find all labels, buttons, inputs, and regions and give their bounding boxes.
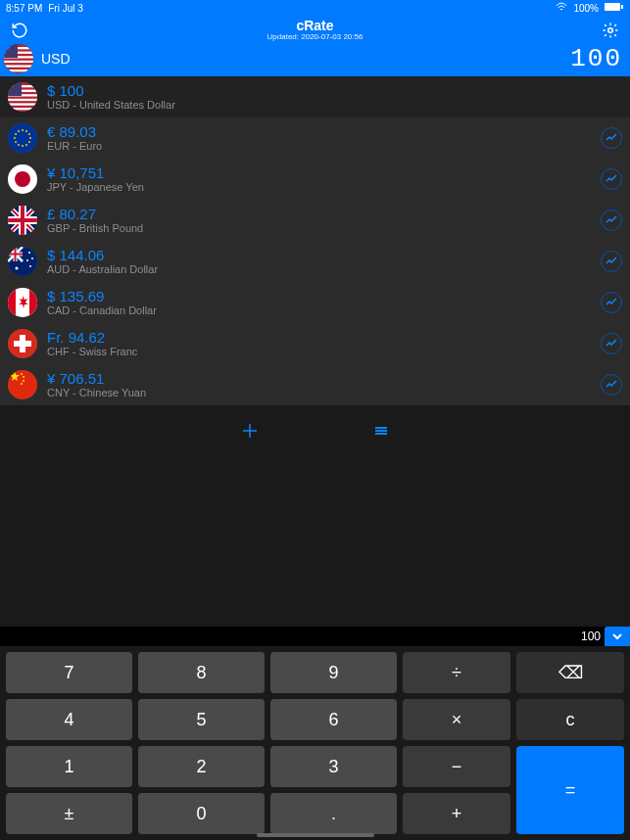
input-bar: 100 <box>0 627 630 646</box>
currency-row[interactable]: £ 80.27GBP - British Pound <box>0 200 630 241</box>
key-7[interactable]: 7 <box>6 652 132 693</box>
svg-rect-0 <box>605 3 620 11</box>
key-divide[interactable]: ÷ <box>403 652 510 693</box>
add-currency-button[interactable] <box>238 419 262 443</box>
chart-button[interactable] <box>601 374 622 396</box>
currency-row[interactable]: ¥ 10,751JPY - Japanese Yen <box>0 159 630 200</box>
flag-icon-gb <box>8 206 37 235</box>
svg-point-21 <box>25 130 27 132</box>
currency-amount: € 89.03 <box>47 124 591 141</box>
key-2[interactable]: 2 <box>138 746 265 787</box>
key-subtract[interactable]: − <box>403 746 510 787</box>
svg-point-33 <box>15 171 30 187</box>
key-0[interactable]: 0 <box>138 793 265 834</box>
currency-amount: $ 135.69 <box>47 289 591 305</box>
app-title: cRate <box>267 19 363 33</box>
input-value: 100 <box>581 630 605 643</box>
svg-rect-7 <box>4 61 33 63</box>
svg-rect-9 <box>4 70 33 71</box>
flag-icon-ch <box>8 329 37 358</box>
currency-name: CAD - Canadian Dollar <box>47 304 591 316</box>
refresh-button[interactable] <box>8 19 31 42</box>
updated-label: Updated: 2020-07-03 20:56 <box>267 33 363 42</box>
collapse-keypad-button[interactable] <box>605 627 630 646</box>
currency-row[interactable]: $ 144.06AUD - Australian Dollar <box>0 241 630 282</box>
flag-icon-jp <box>8 164 37 194</box>
key-3[interactable]: 3 <box>270 746 397 787</box>
svg-point-31 <box>18 130 20 132</box>
list-actions <box>0 405 630 452</box>
chart-button[interactable] <box>601 210 622 231</box>
key-backspace[interactable]: ⌫ <box>516 652 624 693</box>
svg-rect-44 <box>29 288 37 317</box>
key-add[interactable]: + <box>403 793 510 834</box>
base-currency-code: USD <box>41 51 71 67</box>
svg-rect-10 <box>4 44 18 58</box>
svg-rect-47 <box>14 341 31 347</box>
svg-point-24 <box>28 141 30 143</box>
base-currency-row[interactable]: USD 100 <box>0 45 630 76</box>
key-8[interactable]: 8 <box>138 652 265 693</box>
flag-icon-cn <box>8 370 37 399</box>
reorder-button[interactable] <box>369 419 393 443</box>
currency-row[interactable]: ¥ 706.51CNY - Chinese Yuan <box>0 364 630 405</box>
currency-name: EUR - Euro <box>47 140 591 152</box>
svg-point-39 <box>26 259 28 261</box>
chart-button[interactable] <box>601 168 622 190</box>
key-1[interactable]: 1 <box>6 746 132 787</box>
key-decimal[interactable]: . <box>270 793 397 834</box>
svg-rect-17 <box>8 108 37 110</box>
currency-amount: ¥ 706.51 <box>47 371 591 388</box>
svg-rect-43 <box>8 288 16 317</box>
currency-row[interactable]: € 89.03EUR - Euro <box>0 117 630 159</box>
currency-name: JPY - Japanese Yen <box>47 181 591 193</box>
key-6[interactable]: 6 <box>270 699 397 740</box>
currency-row[interactable]: Fr. 94.62CHF - Swiss Franc <box>0 323 630 364</box>
key-equals[interactable]: = <box>516 746 624 834</box>
key-multiply[interactable]: × <box>403 699 510 740</box>
svg-point-27 <box>18 144 20 146</box>
svg-point-29 <box>14 137 16 139</box>
svg-point-50 <box>23 376 24 378</box>
svg-point-23 <box>29 137 31 139</box>
svg-rect-1 <box>621 5 623 9</box>
currency-amount: ¥ 10,751 <box>47 165 591 182</box>
currency-amount: Fr. 94.62 <box>47 330 591 347</box>
chart-button[interactable] <box>601 292 622 313</box>
flag-icon-us <box>4 44 33 73</box>
settings-button[interactable] <box>599 19 622 42</box>
battery-icon <box>605 2 624 14</box>
svg-point-2 <box>608 28 613 33</box>
key-clear[interactable]: c <box>516 699 624 740</box>
flag-icon-au <box>8 247 37 276</box>
app-header: cRate Updated: 2020-07-03 20:56 <box>0 16 630 45</box>
svg-rect-18 <box>8 82 22 96</box>
svg-point-28 <box>15 141 17 143</box>
svg-point-20 <box>22 129 24 131</box>
currency-list: $ 100USD - United States Dollar€ 89.03EU… <box>0 76 630 405</box>
svg-point-26 <box>22 145 24 147</box>
key-9[interactable]: 9 <box>270 652 397 693</box>
key-4[interactable]: 4 <box>6 699 132 740</box>
svg-point-51 <box>23 380 24 382</box>
wifi-icon <box>556 2 567 14</box>
currency-amount: £ 80.27 <box>47 207 591 223</box>
key-plusminus[interactable]: ± <box>6 793 132 834</box>
chart-button[interactable] <box>601 333 622 354</box>
svg-rect-8 <box>4 65 33 67</box>
status-date: Fri Jul 3 <box>48 3 83 14</box>
svg-rect-16 <box>8 103 37 105</box>
svg-rect-19 <box>8 123 37 153</box>
svg-point-25 <box>25 144 27 146</box>
chart-button[interactable] <box>601 127 622 149</box>
key-5[interactable]: 5 <box>138 699 265 740</box>
svg-rect-48 <box>8 370 37 399</box>
currency-row[interactable]: $ 100USD - United States Dollar <box>0 76 630 117</box>
status-bar: 8:57 PM Fri Jul 3 100% <box>0 0 630 16</box>
currency-name: CNY - Chinese Yuan <box>47 387 591 398</box>
chart-button[interactable] <box>601 251 622 272</box>
svg-point-41 <box>16 267 19 270</box>
svg-rect-15 <box>8 99 37 101</box>
currency-name: CHF - Swiss Franc <box>47 346 591 357</box>
currency-row[interactable]: $ 135.69CAD - Canadian Dollar <box>0 282 630 323</box>
